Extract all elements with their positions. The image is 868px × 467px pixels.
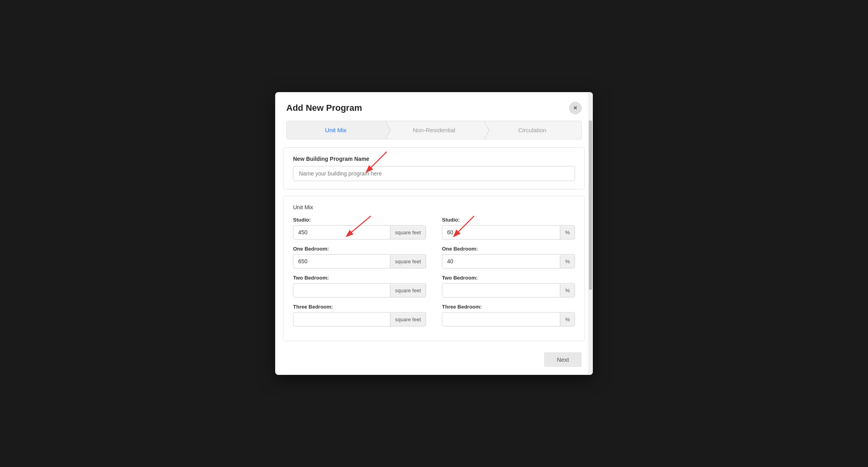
- tab-unit-mix[interactable]: Unit Mix: [287, 121, 385, 139]
- one-bed-pct-label: One Bedroom:: [442, 246, 575, 252]
- studio-pct-addon: %: [560, 226, 575, 239]
- studio-sqft-input-group: square feet: [293, 225, 426, 239]
- program-name-section: New Building Program Name: [283, 147, 585, 189]
- studio-sqft-addon: square feet: [390, 226, 426, 239]
- unit-mix-title: Unit Mix: [293, 204, 575, 210]
- two-bed-pct-input-group: %: [442, 283, 575, 297]
- scrollbar-thumb: [589, 120, 592, 290]
- studio-pct-input[interactable]: [442, 226, 560, 239]
- modal-header: Add New Program ×: [275, 92, 593, 121]
- three-bed-pct-input[interactable]: [442, 313, 560, 326]
- unit-mix-right-col: Studio: % One Bedroom: % Two B: [442, 217, 575, 333]
- one-bed-sqft-input-group: square feet: [293, 254, 426, 268]
- two-bed-pct-row: Two Bedroom: %: [442, 275, 575, 297]
- studio-sqft-label: Studio:: [293, 217, 426, 223]
- two-bed-sqft-row: Two Bedroom: square feet: [293, 275, 426, 297]
- three-bed-pct-label: Three Bedroom:: [442, 304, 575, 310]
- one-bed-pct-input-group: %: [442, 254, 575, 268]
- modal-footer: Next: [275, 347, 593, 375]
- three-bed-pct-row: Three Bedroom: %: [442, 304, 575, 326]
- two-bed-pct-input[interactable]: [442, 284, 560, 297]
- two-bed-pct-label: Two Bedroom:: [442, 275, 575, 281]
- two-bed-sqft-input-group: square feet: [293, 283, 426, 297]
- one-bed-pct-row: One Bedroom: %: [442, 246, 575, 268]
- studio-pct-input-group: %: [442, 225, 575, 239]
- three-bed-sqft-input[interactable]: [293, 313, 390, 326]
- tab-non-residential[interactable]: Non-Residential: [385, 121, 483, 139]
- unit-mix-grid: Studio: square feet One Bedroom: square …: [293, 217, 575, 333]
- three-bed-sqft-row: Three Bedroom: square feet: [293, 304, 426, 326]
- studio-pct-label: Studio:: [442, 217, 575, 223]
- two-bed-sqft-input[interactable]: [293, 284, 390, 297]
- modal-dialog: Add New Program × Unit Mix Non-Residenti…: [275, 92, 593, 375]
- two-bed-sqft-addon: square feet: [390, 284, 426, 297]
- one-bed-pct-addon: %: [560, 255, 575, 268]
- studio-pct-row: Studio: %: [442, 217, 575, 239]
- three-bed-sqft-label: Three Bedroom:: [293, 304, 426, 310]
- three-bed-sqft-addon: square feet: [390, 313, 426, 326]
- one-bed-sqft-addon: square feet: [390, 255, 426, 268]
- three-bed-sqft-input-group: square feet: [293, 312, 426, 326]
- three-bed-pct-addon: %: [560, 313, 575, 326]
- studio-sqft-row: Studio: square feet: [293, 217, 426, 239]
- studio-sqft-input[interactable]: [293, 226, 390, 239]
- next-button[interactable]: Next: [544, 352, 582, 367]
- close-button[interactable]: ×: [569, 102, 582, 114]
- unit-mix-left-col: Studio: square feet One Bedroom: square …: [293, 217, 426, 333]
- steps-bar: Unit Mix Non-Residential Circulation: [286, 121, 582, 139]
- modal-title: Add New Program: [286, 103, 362, 113]
- one-bed-sqft-input[interactable]: [293, 255, 390, 268]
- unit-mix-section: Unit Mix Studio:: [283, 196, 585, 341]
- program-name-label: New Building Program Name: [293, 156, 575, 162]
- two-bed-sqft-label: Two Bedroom:: [293, 275, 426, 281]
- tab-circulation[interactable]: Circulation: [483, 121, 581, 139]
- program-name-input[interactable]: [293, 166, 575, 181]
- three-bed-pct-input-group: %: [442, 312, 575, 326]
- scrollbar[interactable]: [588, 92, 593, 375]
- one-bed-sqft-row: One Bedroom: square feet: [293, 246, 426, 268]
- two-bed-pct-addon: %: [560, 284, 575, 297]
- one-bed-pct-input[interactable]: [442, 255, 560, 268]
- one-bed-sqft-label: One Bedroom:: [293, 246, 426, 252]
